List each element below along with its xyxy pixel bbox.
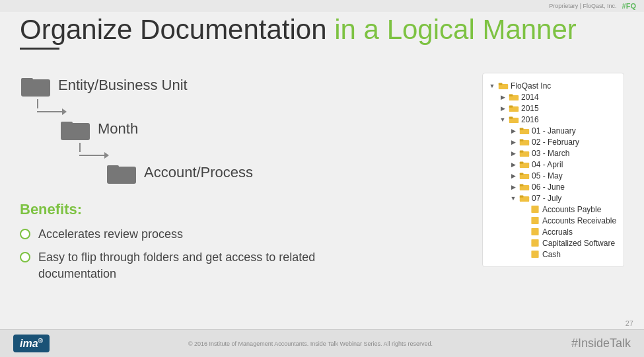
ima-label: ima <box>20 338 38 349</box>
tree-file-icon <box>530 227 540 236</box>
tree-node: Capitalized Software <box>520 237 618 249</box>
tree-node-label: 2016 <box>521 115 539 124</box>
tree-toggle[interactable]: ▶ <box>499 105 507 112</box>
folder-icon-month <box>59 116 91 141</box>
main-title: Organize Documentation in a Logical Mann… <box>20 15 624 45</box>
tree-folder-icon <box>519 138 530 146</box>
benefit-bullet-2 <box>20 252 30 262</box>
tree-root-label: FloQast Inc <box>511 81 551 91</box>
floqast-logo-top: #FQ <box>622 2 636 10</box>
svg-rect-5 <box>107 165 119 169</box>
tree-folder-icon <box>519 126 530 135</box>
svg-rect-11 <box>509 106 513 108</box>
connector-2 <box>79 143 390 159</box>
svg-rect-17 <box>520 139 524 141</box>
tree-node-label: 02 - February <box>532 138 579 147</box>
ima-trademark: ® <box>38 337 43 344</box>
benefit-item-1: Accelerates review process <box>20 226 390 243</box>
left-content: Entity/Business Unit M <box>20 73 390 290</box>
svg-rect-31 <box>531 239 538 247</box>
svg-rect-21 <box>520 162 524 164</box>
slide: Proprietary | FloQast, Inc. #FQ Organize… <box>0 0 644 357</box>
folder-icon-entity <box>20 73 52 98</box>
tree-node-label: 05 - May <box>532 171 563 180</box>
tree-node-label: Capitalized Software <box>542 239 615 248</box>
tree-node: Accounts Receivable <box>520 215 618 226</box>
copyright-text: © 2016 Institute of Management Accountan… <box>63 340 558 347</box>
tree-toggle[interactable]: ▼ <box>499 116 507 123</box>
benefit-text-1: Accelerates review process <box>38 226 183 243</box>
svg-rect-25 <box>520 184 524 186</box>
hashtag-text: #InsideTalk <box>571 337 631 350</box>
tree-node-label: Cash <box>542 250 561 259</box>
svg-rect-32 <box>531 251 538 258</box>
tree-file-icon <box>530 239 540 247</box>
tree-node: ▶02 - February <box>509 136 618 147</box>
tree-node: Accounts Payble <box>520 204 618 215</box>
tree-folder-icon <box>519 171 530 180</box>
tree-toggle[interactable]: ▶ <box>509 150 517 157</box>
tree-node-label: Accounts Receivable <box>542 216 616 225</box>
tree-file-icon <box>530 216 540 225</box>
tree-toggle[interactable]: ▶ <box>509 184 517 190</box>
tree-folder-icon <box>509 104 519 112</box>
tree-node: Cash <box>520 249 618 260</box>
svg-rect-27 <box>520 196 524 198</box>
tree-folder-icon <box>509 93 519 101</box>
tree-folder-icon <box>519 194 530 202</box>
title-part1: Organize Documentation <box>20 14 334 45</box>
benefit-item-2: Easy to flip through folders and get acc… <box>20 249 390 282</box>
folder-tree-panel: ▼ FloQast Inc ▶2014▶2015▼2016▶01 - Janua… <box>482 73 624 267</box>
svg-rect-7 <box>499 83 503 85</box>
tree-node: ▶04 - April <box>509 159 618 170</box>
entity-label: Entity/Business Unit <box>58 77 188 94</box>
svg-rect-30 <box>531 228 538 235</box>
tree-node-label: 06 - June <box>532 182 565 192</box>
svg-rect-15 <box>520 128 524 130</box>
tree-node-label: 07 - July <box>532 194 561 203</box>
tree-folder-icon <box>519 160 530 169</box>
tree-toggle[interactable]: ▶ <box>509 173 517 179</box>
tree-node-label: 2014 <box>521 93 539 102</box>
tree-toggle[interactable]: ▶ <box>509 139 517 145</box>
folder-diagram: Entity/Business Unit M <box>20 73 390 185</box>
tree-node: ▶06 - June <box>509 181 618 192</box>
title-section: Organize Documentation in a Logical Mann… <box>20 15 624 50</box>
folder-row-1: Entity/Business Unit <box>20 73 390 98</box>
benefit-text-2: Easy to flip through folders and get acc… <box>38 249 390 282</box>
tree-node: ▼2016 <box>499 114 618 125</box>
tree-node-label: 04 - April <box>532 160 563 169</box>
folder-row-3: Account/Process <box>106 160 390 185</box>
tree-node-label: Accounts Payble <box>542 205 601 214</box>
benefit-bullet-1 <box>20 229 30 239</box>
top-bar: Proprietary | FloQast, Inc. #FQ <box>0 0 644 12</box>
tree-toggle[interactable]: ▶ <box>499 94 507 100</box>
title-part2: in a Logical Manner <box>334 14 577 45</box>
tree-node: Accruals <box>520 226 618 237</box>
title-underline <box>20 48 59 50</box>
tree-node: ▶2014 <box>499 91 618 102</box>
tree-root: ▼ FloQast Inc <box>488 80 618 91</box>
folder-icon-account <box>106 160 137 185</box>
svg-rect-9 <box>509 95 513 97</box>
tree-nodes: ▶2014▶2015▼2016▶01 - January▶02 - Februa… <box>488 91 618 260</box>
benefits-title: Benefits: <box>20 201 390 218</box>
tree-toggle[interactable]: ▶ <box>509 128 517 134</box>
tree-node: ▶05 - May <box>509 170 618 181</box>
svg-rect-1 <box>21 78 33 82</box>
svg-rect-3 <box>61 122 73 126</box>
account-label: Account/Process <box>144 164 253 181</box>
tree-toggle-root[interactable]: ▼ <box>488 83 496 89</box>
tree-node-label: 01 - January <box>532 126 576 136</box>
svg-rect-23 <box>520 173 524 175</box>
month-label: Month <box>98 120 138 138</box>
benefits-section: Benefits: Accelerates review process Eas… <box>20 201 390 283</box>
tree-node: ▶01 - January <box>509 125 618 136</box>
tree-file-icon <box>530 205 540 214</box>
tree-file-icon <box>530 250 540 258</box>
connector-1 <box>37 99 390 115</box>
tree-node: ▶03 - March <box>509 147 618 159</box>
tree-toggle[interactable]: ▶ <box>509 161 517 168</box>
tree-node-label: 03 - March <box>532 149 569 158</box>
tree-toggle[interactable]: ▼ <box>509 195 517 202</box>
